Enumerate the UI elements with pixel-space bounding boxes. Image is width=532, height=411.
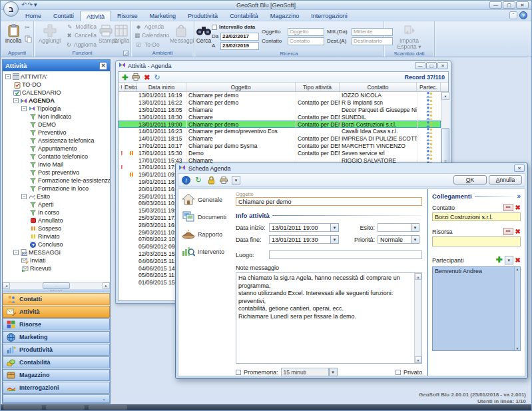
tab-home[interactable]: Home	[19, 11, 47, 21]
tab-produttivit[interactable]: Produttività	[182, 11, 224, 21]
grid-print-icon[interactable]	[132, 71, 140, 83]
tree-item-aperti[interactable]: Aperti	[3, 201, 110, 208]
edit-button[interactable]: ✎Modifica	[64, 22, 99, 31]
reminder-checkbox[interactable]	[236, 370, 241, 375]
tree-item-non-indicato[interactable]: Non indicato	[3, 113, 110, 121]
tree-expander-icon[interactable]: −	[21, 194, 27, 199]
tree-expander-icon[interactable]: −	[13, 98, 19, 103]
column-header-contatto[interactable]: Contatto	[340, 83, 417, 91]
help-icon[interactable]: ?	[519, 11, 527, 19]
list-item[interactable]: Benvenuti Andrea	[433, 267, 514, 275]
from-date-input[interactable]: 23/02/2017	[220, 33, 259, 41]
cut-icon[interactable]: ✂	[25, 24, 32, 31]
tree-item-contatto-telefonico[interactable]: Contatto telefonico	[3, 153, 110, 161]
reminder-dropdown[interactable]: ▼	[329, 368, 338, 376]
todo-button[interactable]: ☑To-Do	[133, 40, 170, 49]
table-row[interactable]: 13/01/2011 16:22Chiamare per demoContatt…	[119, 99, 441, 107]
tab-contabilit[interactable]: Contabilità	[224, 11, 264, 21]
info-icon[interactable]: i	[181, 175, 190, 185]
tree-item-concluso[interactable]: Concluso	[3, 240, 110, 248]
quick-access-toolbar[interactable]: ↶↷▾	[21, 1, 39, 8]
tree-expander-icon[interactable]: −	[5, 74, 11, 79]
delete-button[interactable]: ✖Cancella	[64, 31, 99, 41]
table-row[interactable]: 13/01/2011 19:00Chiamare per demoContatt…	[119, 121, 441, 128]
tree-item-post-preventivo[interactable]: Post preventivo	[3, 169, 110, 177]
start-date-input[interactable]: 13/01/2011 19:00	[269, 223, 330, 232]
subject-filter-input[interactable]: Oggetto	[288, 28, 324, 36]
cancel-button[interactable]: Annulla	[489, 175, 522, 185]
outcome-input[interactable]	[378, 223, 411, 232]
outcome-dropdown[interactable]: ▼	[411, 223, 419, 232]
tab-interrogazioni[interactable]: Interrogazioni	[305, 11, 354, 21]
tree-item-to-do[interactable]: TO-DO	[3, 81, 110, 89]
sidebar-item-contatti[interactable]: Contatti	[3, 293, 110, 305]
table-row[interactable]: 13/01/2011 16:19Chiamare per demoIOZZO N…	[119, 92, 441, 99]
tree-item-ricevuti[interactable]: Ricevuti	[3, 264, 110, 272]
grid-window-titlebar[interactable]: Attività - Agenda — ▢ ✕	[116, 61, 451, 71]
add-button[interactable]: Aggiungi	[35, 22, 64, 44]
grid-button[interactable]: Griglia	[113, 22, 129, 44]
reminder-select[interactable]: 15 minuti	[281, 368, 329, 376]
table-row[interactable]: 14/01/2011 18:15ChiamareContatto per DEM…	[119, 135, 441, 143]
lock-icon[interactable]	[206, 175, 216, 185]
dialog-titlebar[interactable]: Scheda Agenda ✕	[176, 163, 527, 173]
sidebar-horizontal-scrollbar[interactable]: ◄⋯►	[3, 282, 110, 289]
dialog-nav-documenti[interactable]: Documenti	[178, 208, 234, 226]
tree-item-messaggi[interactable]: −MESSAGGI	[3, 248, 110, 256]
participants-list[interactable]: Benvenuti Andrea ▲▼	[432, 266, 521, 351]
to-date-input[interactable]: 23/02/2019	[220, 42, 259, 50]
tree-expander-icon[interactable]: −	[13, 250, 19, 255]
tab-magazzino[interactable]: Magazzino	[264, 11, 306, 21]
sidebar-overflow-strip[interactable]: ⌄	[3, 394, 110, 403]
refresh-button[interactable]: ↻Aggiorna	[64, 40, 99, 49]
tab-attivit[interactable]: Attività	[80, 11, 111, 21]
place-input[interactable]	[269, 250, 422, 259]
resource-picker-button[interactable]: ▪▪▪	[503, 228, 513, 235]
tree-item-formazione-in-loco[interactable]: Formazione in loco	[3, 185, 110, 193]
column-header-oggetto[interactable]: Oggetto	[186, 83, 296, 91]
import-export-button[interactable]: Importa Esporta ▾	[394, 22, 425, 50]
ok-button[interactable]: OK	[453, 175, 487, 185]
dialog-print-icon[interactable]	[219, 175, 228, 185]
tree-item-appuntamento[interactable]: Appuntamento	[3, 145, 110, 153]
subject-input[interactable]: Chiamare per demo	[236, 197, 422, 206]
sidebar-item-marketing[interactable]: Marketing	[3, 331, 110, 343]
sidebar-close-icon[interactable]: ✕	[99, 62, 107, 70]
collapse-panel-icon[interactable]: »	[517, 193, 521, 200]
messages-button[interactable]: Messaggi	[170, 22, 192, 44]
grid-refresh-icon[interactable]: ↻	[154, 73, 160, 81]
contact-clear-icon[interactable]: ✖	[515, 205, 521, 211]
column-header-esito[interactable]: Esito	[125, 83, 137, 91]
column-header-tipo-attivit[interactable]: Tipo attività	[296, 83, 340, 91]
grid-add-icon[interactable]: ✚	[122, 73, 128, 81]
contact-filter-input[interactable]: Contatto	[288, 37, 324, 45]
calendar-button[interactable]: ▦Calendario	[133, 31, 170, 41]
print-button[interactable]: Stampa	[99, 22, 113, 44]
search-button[interactable]: Cerca	[196, 22, 212, 44]
table-row[interactable]: 13/01/2011 18:05ChiamareDecor Parquet di…	[119, 107, 441, 114]
tree-item-annullato[interactable]: Annullato	[3, 216, 110, 224]
tree-item-tipologia[interactable]: −Tipologia	[3, 105, 110, 113]
grid-minimize-icon[interactable]: —	[415, 62, 425, 69]
sidebar-item-interrogazioni[interactable]: Interrogazioni	[3, 382, 110, 394]
tab-marketing[interactable]: Marketing	[144, 11, 182, 21]
sidebar-item-magazzino[interactable]: Magazzino	[3, 369, 110, 381]
dialog-refresh-icon[interactable]: ↻	[194, 175, 203, 185]
table-row[interactable]: 17/01/2011 10:17Chiamare per demo SysmaC…	[119, 143, 441, 150]
print-options-dropdown[interactable]: ▼	[232, 176, 240, 185]
participant-add-icon[interactable]: ✚	[496, 256, 503, 264]
dialog-nav-generale[interactable]: Generale	[178, 191, 234, 208]
tree-item-calendario[interactable]: CALENDARIO	[3, 89, 110, 97]
priority-input[interactable]: Normale	[378, 235, 411, 244]
tree-item-sospeso[interactable]: Sospeso	[3, 224, 110, 232]
private-checkbox[interactable]	[396, 370, 401, 375]
grid-header[interactable]: !EsitoData inizioOggettoTipo attivitàCon…	[119, 83, 448, 92]
tree-item-assistenza-telefonica[interactable]: Assistenza telefonica	[3, 137, 110, 145]
dialog-nav-intervento[interactable]: Intervento	[178, 243, 234, 260]
tree-expander-icon[interactable]: −	[21, 106, 27, 111]
column-header-partec[interactable]: Partec.	[417, 83, 441, 91]
dialog-nav-rapporto[interactable]: Rapporto	[178, 226, 234, 243]
sidebar-item-attivit[interactable]: Attività	[3, 306, 110, 318]
table-row[interactable]: 14/01/2011 16:23Chiamare per demo/preven…	[119, 128, 441, 135]
windows-taskbar[interactable]	[1, 404, 531, 410]
